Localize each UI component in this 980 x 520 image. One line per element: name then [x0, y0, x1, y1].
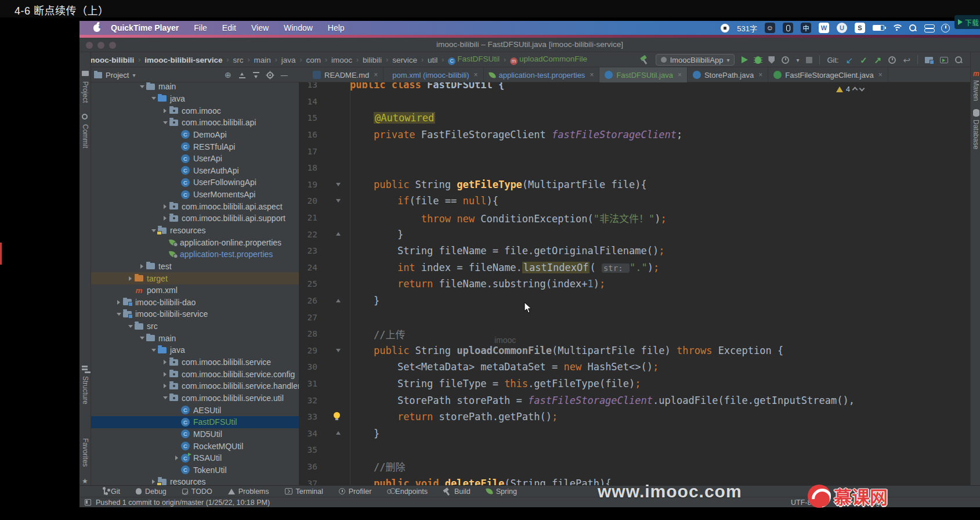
control-center-icon[interactable]	[924, 24, 934, 31]
history-icon[interactable]	[888, 56, 896, 64]
breadcrumb-item-service[interactable]: service	[392, 56, 417, 64]
rollback-icon[interactable]: ↩	[903, 56, 910, 64]
code-line-30[interactable]: 30 Set<MetaData> metaDataSet = new HashS…	[299, 359, 970, 375]
editor-tab-pom.xml (imooc-bilibili)[interactable]: pom.xml (imooc-bilibili)×	[384, 67, 483, 82]
menu-item-quicktime-player[interactable]: QuickTime Player	[111, 23, 179, 32]
tab-close-icon[interactable]: ×	[678, 71, 682, 79]
code-line-36[interactable]: 36 //删除	[299, 458, 970, 475]
tab-close-icon[interactable]: ×	[374, 71, 378, 79]
tool-window-toggle-icon[interactable]	[85, 499, 91, 505]
project-panel-header[interactable]: Project ▾	[94, 67, 136, 82]
tree-row-com.imooc[interactable]: com.imooc	[91, 104, 299, 117]
chevron-down-icon[interactable]: ▾	[796, 57, 799, 63]
tree-row-main[interactable]: main	[91, 82, 299, 93]
locate-icon[interactable]	[225, 70, 232, 80]
editor-tab-FastDFSUtil.java[interactable]: FastDFSUtil.java×	[599, 67, 688, 82]
tree-row-RSAUtil[interactable]: CRSAUtil	[91, 452, 299, 464]
breadcrumb-item-imooc-bilibili-service[interactable]: imooc-bilibili-service	[144, 56, 222, 64]
favorites-star-icon[interactable]: ★	[82, 477, 88, 485]
tab-close-icon[interactable]: ×	[590, 71, 594, 79]
tool-window-button-endpoints[interactable]: Endpoints	[387, 488, 428, 496]
expand-all-icon[interactable]	[253, 72, 259, 78]
tree-row-UserMomentsApi[interactable]: CUserMomentsApi	[91, 189, 299, 201]
tree-row-com.imooc.bilibili.service[interactable]: com.imooc.bilibili.service	[91, 356, 299, 369]
code-line-26[interactable]: 26 }	[299, 292, 970, 309]
tool-window-button-git[interactable]: Git	[102, 488, 120, 496]
code-line-27[interactable]: 27	[299, 309, 970, 326]
code-line-20[interactable]: 20 if(file == null){	[299, 193, 970, 210]
git-update-icon[interactable]: ↙	[846, 56, 854, 64]
maven-icon[interactable]: m	[973, 70, 979, 78]
emoji-icon[interactable]	[765, 23, 775, 33]
tree-row-com.imooc.bilibili.service.util[interactable]: com.imooc.bilibili.service.util	[91, 392, 299, 405]
code-line-18[interactable]: 18	[299, 160, 970, 176]
commit-icon[interactable]	[82, 114, 88, 120]
tree-row-DemoApi[interactable]: CDemoApi	[91, 129, 299, 141]
collapse-all-icon[interactable]	[239, 72, 245, 78]
editor-tab-README.md[interactable]: README.md×	[308, 67, 384, 82]
database-icon[interactable]	[973, 109, 979, 117]
fold-close-icon[interactable]	[336, 299, 341, 302]
code-line-19[interactable]: 19 public String getFileType(MultipartFi…	[299, 176, 970, 193]
tree-row-FastDFSUtil[interactable]: CFastDFSUtil	[91, 416, 299, 428]
inspections-widget[interactable]: 4	[836, 85, 864, 93]
code-line-15[interactable]: 15 @Autowired	[299, 110, 970, 127]
tree-row-application-test.properties[interactable]: application-test.properties	[91, 248, 299, 261]
tree-row-resources[interactable]: resources	[91, 225, 299, 237]
build-hammer-icon[interactable]	[640, 56, 649, 64]
menu-item-window[interactable]: Window	[284, 23, 313, 32]
next-warning-icon[interactable]	[859, 86, 865, 92]
tool-button-favorites[interactable]: Favorites	[81, 438, 89, 467]
search-icon[interactable]	[909, 24, 917, 32]
settings-gear-icon[interactable]	[267, 72, 273, 78]
record-stop-icon[interactable]	[721, 24, 729, 32]
breadcrumb-item-src[interactable]: src	[233, 56, 244, 64]
run-config-selector[interactable]: ImoocBilibiliApp ▾	[656, 54, 735, 66]
menu-item-help[interactable]: Help	[328, 23, 345, 32]
stop-button[interactable]	[806, 57, 812, 63]
code-editor[interactable]: 13public class FastDFSUtil {1415 @Autowi…	[299, 82, 970, 485]
search-everywhere-icon[interactable]	[955, 56, 963, 64]
chevron-closed-icon[interactable]	[152, 479, 155, 484]
code-line-23[interactable]: 23 String fileName = file.getOriginalFil…	[299, 243, 970, 259]
tree-row-com.imooc.bilibili.api.support[interactable]: com.imooc.bilibili.api.support	[91, 212, 299, 225]
breadcrumb-item-java[interactable]: java	[281, 56, 296, 64]
breadcrumb-item-uploadCommonFile[interactable]: muploadCommonFile	[510, 55, 587, 65]
tree-row-test[interactable]: test	[91, 261, 299, 273]
breadcrumb-item-main[interactable]: main	[254, 56, 271, 64]
chevron-open-icon[interactable]	[151, 97, 156, 100]
remote-host-icon[interactable]	[925, 57, 933, 63]
fold-open-icon[interactable]	[336, 199, 341, 203]
tab-close-icon[interactable]: ×	[758, 71, 762, 79]
clock-icon[interactable]	[941, 24, 950, 32]
chevron-open-icon[interactable]	[128, 325, 133, 328]
breadcrumb-item-FastDFSUtil[interactable]: CFastDFSUtil	[448, 55, 500, 65]
project-icon[interactable]	[82, 71, 89, 76]
fold-open-icon[interactable]	[336, 183, 341, 186]
wifi-icon[interactable]	[892, 24, 901, 31]
tree-row-AESUtil[interactable]: CAESUtil	[91, 404, 299, 416]
run-anything-icon[interactable]	[940, 57, 948, 63]
hide-panel-icon[interactable]	[281, 70, 288, 80]
editor-tab-StorePath.java[interactable]: StorePath.java×	[688, 67, 768, 82]
breadcrumb-item-util[interactable]: util	[428, 56, 437, 64]
code-line-35[interactable]: 35	[299, 442, 970, 458]
tree-row-imooc-bilibili-dao[interactable]: imooc-bilibili-dao	[91, 297, 299, 309]
debug-button[interactable]	[755, 56, 761, 64]
project-tree-panel[interactable]: mainjavacom.imooccom.imooc.bilibili.apiC…	[91, 82, 299, 485]
fold-open-icon[interactable]	[336, 349, 341, 352]
tree-row-pom.xml[interactable]: mpom.xml	[91, 284, 299, 297]
tool-window-button-profiler[interactable]: Profiler	[339, 488, 372, 496]
chevron-closed-icon[interactable]	[164, 384, 167, 388]
code-line-32[interactable]: 32 StorePath storePath = fastFileStorage…	[299, 392, 970, 409]
mic-icon[interactable]	[783, 23, 793, 33]
code-line-21[interactable]: 21 throw new ConditionException("非法文件！")…	[299, 210, 970, 226]
code-line-31[interactable]: 31 String fileType = this.getFileType(fi…	[299, 375, 970, 392]
coverage-button[interactable]	[768, 56, 775, 64]
tab-close-icon[interactable]: ×	[878, 71, 883, 79]
tool-window-button-debug[interactable]: Debug	[136, 488, 167, 496]
ime-indicator[interactable]: 中	[801, 23, 811, 33]
chevron-closed-icon[interactable]	[164, 360, 167, 364]
chevron-closed-icon[interactable]	[117, 300, 120, 305]
editor-tab-FastFileStorageClient.java[interactable]: FastFileStorageClient.java×	[768, 67, 888, 82]
